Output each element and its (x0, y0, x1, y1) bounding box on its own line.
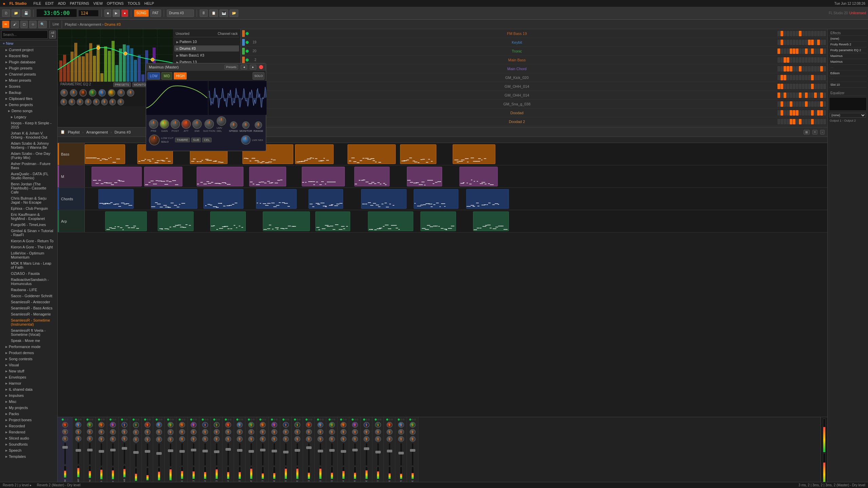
mixer-led[interactable] (310, 419, 312, 421)
mixer-led[interactable] (271, 419, 273, 421)
mixer-knob-1[interactable] (329, 429, 335, 435)
eq-knob-3[interactable] (79, 89, 87, 97)
sidebar-item-5[interactable]: ▶ Mixer presets (0, 77, 57, 83)
pattern-step[interactable] (817, 110, 820, 116)
pattern-step[interactable] (814, 40, 817, 45)
playlist-snap-btn[interactable]: ⊞ (804, 130, 810, 135)
mixer-knob-0[interactable] (121, 422, 127, 428)
playlist-block-3-3[interactable] (263, 211, 310, 231)
mixer-knob-0[interactable] (179, 422, 185, 428)
mixer-knob-1[interactable] (133, 429, 139, 435)
mixer-led[interactable] (262, 419, 264, 421)
mixer-led[interactable] (77, 419, 79, 421)
mixer-knob-1[interactable] (225, 429, 231, 435)
sidebar-item-25[interactable]: Kieron A Gore - The Light (0, 244, 57, 250)
playlist-block-1-3[interactable] (249, 167, 286, 186)
pattern-step[interactable] (817, 31, 820, 36)
mixer-led[interactable] (329, 419, 331, 421)
pattern-step[interactable] (796, 40, 798, 45)
sidebar-item-51[interactable]: ▶ Recorded (0, 423, 57, 429)
mixer-knob-2[interactable] (121, 436, 127, 442)
pattern-step[interactable] (781, 31, 783, 36)
mixer-knob-1[interactable] (248, 429, 254, 435)
mixer-knob-1[interactable] (98, 429, 104, 435)
mixer-knob-0[interactable] (75, 422, 81, 428)
pattern-step[interactable] (793, 48, 795, 54)
pattern-step[interactable] (793, 119, 795, 124)
pattern-step[interactable] (777, 31, 780, 36)
maximus-arrow-right[interactable]: ► (250, 65, 256, 69)
mixer-led[interactable] (282, 419, 284, 421)
pattern-step[interactable] (805, 119, 808, 124)
playlist-block-3-1[interactable] (158, 211, 194, 231)
mixer-knob-2[interactable] (387, 436, 393, 442)
playlist-block-1-6[interactable] (407, 167, 442, 186)
pattern-step[interactable] (787, 110, 789, 116)
pattern-step[interactable] (805, 48, 808, 54)
mixer-knob-0[interactable] (283, 422, 289, 428)
sidebar-item-52[interactable]: ▶ Rendered (0, 429, 57, 435)
pattern-step[interactable] (796, 48, 798, 54)
paint-tool[interactable]: 🖌 (11, 21, 19, 28)
mixer-led[interactable] (114, 419, 116, 421)
playlist-block-0-7[interactable] (453, 144, 495, 164)
mixer-led[interactable] (412, 419, 414, 421)
mixer-knob-0[interactable] (156, 422, 162, 428)
eq-knob-4[interactable] (89, 89, 96, 97)
mixer-knob-2[interactable] (340, 436, 347, 442)
pattern-step[interactable] (781, 57, 783, 63)
mixer-knob-2[interactable] (98, 436, 104, 442)
mixer-knob-1[interactable] (317, 429, 323, 435)
mixer-led[interactable] (273, 419, 275, 421)
pattern-step[interactable] (808, 75, 811, 80)
mixer-knob-1[interactable] (110, 429, 116, 435)
pattern-step[interactable] (823, 48, 826, 54)
playlist-zoom-out[interactable]: - (820, 130, 825, 135)
pattern-step[interactable] (777, 57, 780, 63)
mixer-knob-0[interactable] (294, 422, 300, 428)
mixer-knob-1[interactable] (237, 429, 243, 435)
right-panel-item-0[interactable]: (none) (829, 36, 867, 42)
playlist-block-1-1[interactable] (144, 167, 182, 186)
pattern-step[interactable] (787, 57, 789, 63)
pattern-step[interactable] (784, 57, 786, 63)
pattern-step[interactable] (790, 101, 792, 107)
sidebar-item-54[interactable]: ▶ Soundfonts (0, 441, 57, 447)
mixer-knob-2[interactable] (410, 436, 416, 442)
pattern-step[interactable] (823, 75, 826, 80)
pattern-step[interactable] (805, 31, 808, 36)
playlist-block-1-5[interactable] (354, 167, 390, 186)
maximus-lmvdel-knob[interactable] (217, 116, 226, 126)
mixer-fader-handle[interactable] (375, 451, 381, 453)
playlist-block-3-4[interactable] (315, 211, 350, 231)
playlist-block-2-2[interactable] (203, 189, 243, 209)
channel-row-10[interactable]: 11Doodad 2 (241, 117, 827, 126)
pattern-step[interactable] (793, 101, 795, 107)
mixer-knob-2[interactable] (237, 436, 243, 442)
sidebar-item-26[interactable]: LollieVox - Optimum Momentum (0, 250, 57, 260)
mixer-led[interactable] (160, 419, 162, 421)
right-panel-item-7[interactable]: --- (829, 76, 867, 82)
pattern-step[interactable] (799, 48, 802, 54)
mixer-knob-2[interactable] (133, 436, 139, 443)
mixer-fader-handle[interactable] (306, 446, 312, 449)
playlist-block-1-7[interactable] (459, 167, 498, 186)
mixer-led[interactable] (172, 419, 174, 421)
mixer-fader-handle[interactable] (410, 449, 415, 452)
menu-file[interactable]: FILE (33, 1, 41, 5)
maximus-speed-knob[interactable] (230, 121, 237, 129)
mixer-knob-1[interactable] (294, 429, 300, 435)
pattern-step[interactable] (781, 93, 783, 98)
mixer-knob-0[interactable] (167, 422, 174, 428)
band-high-btn[interactable]: HIGH (174, 72, 187, 80)
mixer-led[interactable] (181, 419, 183, 421)
mixer-knob-0[interactable] (398, 422, 404, 428)
erase-tool[interactable]: ◻ (20, 21, 28, 28)
pattern-step[interactable] (787, 40, 789, 45)
mixer-led[interactable] (296, 419, 298, 421)
mixer-led[interactable] (352, 419, 354, 421)
mixer-led[interactable] (379, 419, 381, 421)
mixer-knob-2[interactable] (144, 436, 151, 442)
mixer-knob-2[interactable] (306, 436, 312, 442)
pattern-step[interactable] (799, 93, 802, 98)
